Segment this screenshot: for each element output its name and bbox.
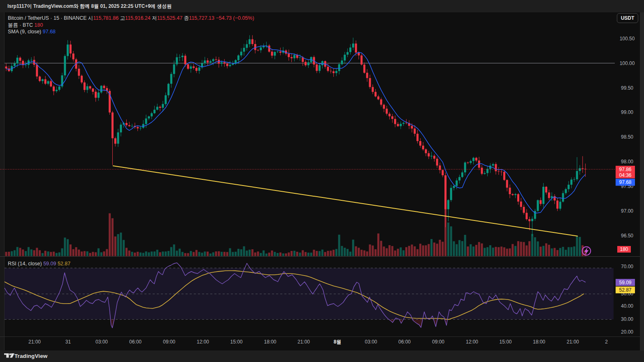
svg-text:09:00: 09:00 (163, 339, 175, 345)
svg-text:97.00: 97.00 (621, 208, 633, 214)
svg-text:09:00: 09:00 (432, 339, 444, 345)
svg-text:31: 31 (65, 339, 71, 345)
svg-text:RSI (14, close) 59.09 52.87: RSI (14, close) 59.09 52.87 (8, 261, 70, 267)
svg-text:18:00: 18:00 (264, 339, 276, 345)
svg-text:99.50: 99.50 (621, 85, 633, 91)
svg-text:30.00: 30.00 (621, 316, 633, 322)
svg-text:98.00: 98.00 (621, 159, 633, 165)
svg-text:21:00: 21:00 (28, 339, 41, 345)
svg-text:97.86: 97.86 (619, 167, 631, 172)
svg-text:Bitcoin / TetherUS · 15 · BINA: Bitcoin / TetherUS · 15 · BINANCE 시115,7… (8, 15, 254, 21)
svg-text:100.50: 100.50 (620, 36, 635, 42)
svg-text:12:00: 12:00 (197, 339, 209, 345)
svg-text:96.50: 96.50 (621, 233, 633, 239)
svg-text:180: 180 (620, 246, 628, 252)
svg-text:100.00: 100.00 (620, 60, 635, 66)
svg-text:2: 2 (605, 339, 608, 345)
svg-text:70.00: 70.00 (621, 264, 633, 269)
svg-text:59.09: 59.09 (619, 280, 631, 285)
svg-text:21:00: 21:00 (567, 339, 579, 345)
svg-text:06:00: 06:00 (398, 339, 411, 345)
svg-text:97.68: 97.68 (619, 179, 631, 185)
svg-text:03:00: 03:00 (365, 339, 377, 345)
svg-text:볼륨 · BTC 180: 볼륨 · BTC 180 (8, 22, 43, 28)
svg-text:20.00: 20.00 (621, 329, 633, 335)
svg-text:98.50: 98.50 (621, 134, 633, 140)
svg-text:15:00: 15:00 (230, 339, 242, 345)
svg-text:52.87: 52.87 (619, 287, 631, 293)
svg-text:18:00: 18:00 (533, 339, 545, 345)
svg-text:99.00: 99.00 (621, 109, 633, 115)
svg-text:06:00: 06:00 (129, 339, 142, 345)
svg-text:SMA (9, close) 97.68: SMA (9, close) 97.68 (8, 29, 56, 35)
svg-text:8월: 8월 (334, 339, 342, 345)
svg-text:12:00: 12:00 (466, 339, 478, 345)
svg-text:03:00: 03:00 (95, 339, 108, 345)
svg-text:15:00: 15:00 (499, 339, 511, 345)
svg-text:21:00: 21:00 (298, 339, 310, 345)
svg-text:04:36: 04:36 (619, 172, 631, 178)
svg-text:40.00: 40.00 (621, 303, 633, 309)
